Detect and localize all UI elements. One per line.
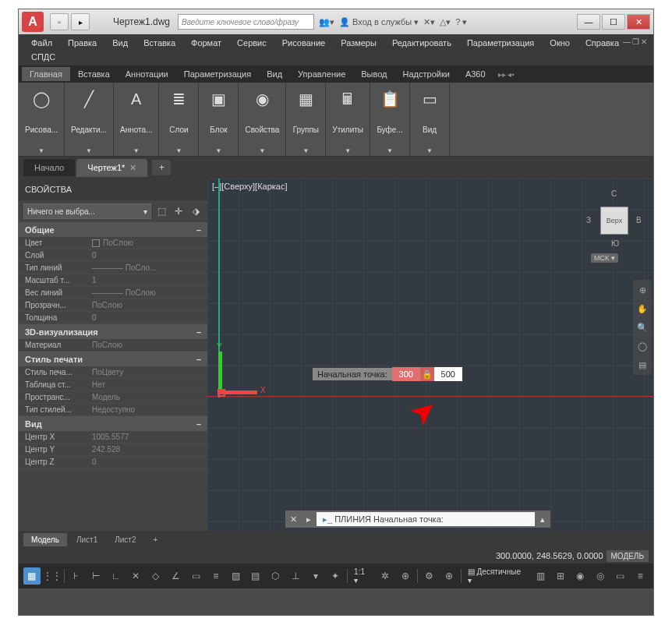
units-display[interactable]: ▤ Десятичные ▾	[465, 567, 529, 585]
menu-window[interactable]: Окно	[542, 36, 578, 50]
3dosnap-toggle-icon[interactable]: ⬡	[267, 567, 285, 585]
transparency-toggle-icon[interactable]: ▨	[227, 567, 244, 585]
filter-toggle-icon[interactable]: ▾	[307, 567, 324, 585]
layout-tab-add[interactable]: +	[146, 533, 166, 546]
lock-icon[interactable]: 🔒	[420, 367, 434, 381]
prop-row[interactable]: Прозрачн...ПоСлою	[19, 299, 207, 312]
prop-row[interactable]: Центр Y242.528	[19, 443, 207, 456]
qat-open-icon[interactable]: ▸	[71, 13, 90, 30]
anno-auto-icon[interactable]: ⊕	[397, 567, 414, 585]
dynucs-toggle-icon[interactable]: ⊥	[287, 567, 304, 585]
prop-row[interactable]: Центр Z0	[19, 456, 207, 468]
ribbon-tab-insert[interactable]: Вставка	[70, 67, 118, 81]
osnap-toggle-icon[interactable]: ∠	[168, 567, 185, 585]
lockui-icon[interactable]: ⊞	[552, 567, 569, 585]
prop-group-viz[interactable]: 3D-визуализация–	[19, 325, 207, 339]
qat-new-icon[interactable]: ▫	[50, 13, 69, 30]
infocenter-icon[interactable]: 👥▾	[319, 17, 334, 27]
cmdline-close-icon[interactable]: ✕	[285, 514, 301, 525]
menu-insert[interactable]: Вставка	[136, 36, 183, 50]
prop-row[interactable]: Тип линий———— ПоСло...	[19, 262, 207, 274]
doc-tab-active[interactable]: Чертеж1* ✕	[76, 159, 147, 177]
customize-icon[interactable]: ≡	[631, 567, 649, 585]
viewcube-face[interactable]: Верх	[600, 207, 628, 235]
pick-icon[interactable]: ⬗	[189, 204, 203, 218]
gizmo-toggle-icon[interactable]: ✦	[327, 567, 345, 585]
search-input[interactable]: Введите ключевое слово/фразу	[178, 14, 314, 30]
menu-help[interactable]: Справка	[578, 36, 627, 50]
zoom-icon[interactable]: 🔍	[635, 320, 649, 334]
prop-row[interactable]: Толщина0	[19, 312, 207, 324]
fullnav-icon[interactable]: ⊕	[635, 283, 649, 297]
cmdline-options-icon[interactable]: ▸	[301, 514, 317, 525]
close-button[interactable]: ✕	[627, 14, 650, 30]
monitor-icon[interactable]: ⊕	[440, 567, 458, 585]
signin-button[interactable]: 👤 Вход в службы ▾	[339, 17, 419, 27]
ribbon-tab-output[interactable]: Вывод	[353, 67, 394, 81]
ortho-toggle-icon[interactable]: ∟	[108, 567, 125, 585]
ribbon-panel-props[interactable]: ◉Свойства▼	[239, 83, 286, 156]
app-logo-icon[interactable]: A	[22, 12, 44, 32]
quickprops-icon[interactable]: ▥	[532, 567, 549, 585]
anno-vis-icon[interactable]: ✲	[377, 567, 394, 585]
ribbon-panel-viewp[interactable]: ▭Вид▼	[410, 83, 450, 156]
menu-file[interactable]: Файл	[23, 36, 60, 50]
menu-edit[interactable]: Правка	[60, 36, 104, 50]
isolate-icon[interactable]: ◎	[592, 567, 609, 585]
polar-toggle-icon[interactable]: ✕	[127, 567, 144, 585]
ribbon-tab-annotate[interactable]: Аннотации	[118, 67, 176, 81]
prop-group-general[interactable]: Общие–	[19, 223, 207, 237]
ribbon-scroll-icon[interactable]: ▸▸ ◂▪	[498, 70, 515, 79]
prop-group-view[interactable]: Вид–	[19, 417, 207, 431]
maximize-button[interactable]: ☐	[602, 14, 625, 30]
ribbon-panel-groups[interactable]: ▦Группы▼	[286, 83, 326, 156]
view-controls-label[interactable]: [–][Сверху][Каркас]	[212, 182, 288, 191]
menu-spds[interactable]: СПДС	[23, 50, 63, 64]
showmotion-icon[interactable]: ▤	[635, 358, 649, 372]
hwacc-icon[interactable]: ◉	[572, 567, 589, 585]
prop-group-print[interactable]: Стиль печати–	[19, 352, 207, 366]
menu-param[interactable]: Параметризация	[459, 36, 542, 50]
prop-row[interactable]: Вес линий———— ПоСлою	[19, 287, 207, 299]
snap-toggle-icon[interactable]: ⋮⋮	[44, 567, 61, 585]
layout-tab-2[interactable]: Лист2	[107, 533, 143, 546]
ribbon-tab-view[interactable]: Вид	[259, 67, 290, 81]
ribbon-panel-clip[interactable]: 📋Буфе...▼	[370, 83, 410, 156]
menu-view[interactable]: Вид	[104, 36, 136, 50]
ribbon-tab-home[interactable]: Главная	[22, 67, 70, 81]
anno-scale[interactable]: 1:1 ▾	[351, 567, 373, 585]
stayconnected-icon[interactable]: △▾	[440, 17, 451, 27]
dynamic-input-x[interactable]: 300	[392, 367, 420, 381]
prop-row[interactable]: ЦветПоСлою	[19, 237, 207, 249]
prop-row[interactable]: Таблица ст...Нет	[19, 379, 207, 391]
ribbon-tab-a360[interactable]: A360	[458, 67, 493, 81]
lineweight-toggle-icon[interactable]: ≡	[207, 567, 225, 585]
viewcube[interactable]: С Ю З В Верх МСК ▾	[583, 185, 645, 263]
menu-draw[interactable]: Рисование	[274, 36, 333, 50]
help-icon[interactable]: ? ▾	[455, 17, 467, 27]
minimize-button[interactable]: —	[577, 14, 600, 30]
ribbon-panel-layers[interactable]: ≣Слои▼	[159, 83, 199, 156]
layout-tab-1[interactable]: Лист1	[69, 533, 105, 546]
prop-row[interactable]: Стиль печа...ПоЦвету	[19, 366, 207, 379]
prop-row[interactable]: МатериалПоСлою	[19, 339, 207, 352]
add-selection-icon[interactable]: ✛	[172, 204, 186, 218]
drawing-canvas[interactable]: [–][Сверху][Каркас] Y X Начальная точка:…	[207, 178, 653, 531]
ribbon-panel-annot[interactable]: AАннота...▼	[114, 83, 159, 156]
ribbon-panel-modify[interactable]: ╱Редакти...▼	[65, 83, 114, 156]
prop-row[interactable]: Пространс...Модель	[19, 391, 207, 404]
quick-select-icon[interactable]: ⬚	[154, 204, 168, 218]
infer-toggle-icon[interactable]: ⊦	[68, 567, 85, 585]
doc-tab-add[interactable]: +	[152, 160, 171, 175]
cycling-toggle-icon[interactable]: ▤	[247, 567, 264, 585]
cleanscreen-icon[interactable]: ▭	[612, 567, 629, 585]
ribbon-panel-draw[interactable]: ◯Рисова...▼	[19, 83, 65, 156]
model-space-button[interactable]: МОДЕЛЬ	[607, 550, 649, 562]
props-selection-dropdown[interactable]: Ничего не выбра...▾	[23, 203, 151, 219]
pan-icon[interactable]: ✋	[635, 302, 649, 316]
ribbon-tab-param[interactable]: Параметризация	[176, 67, 259, 81]
doc-tab-close-icon[interactable]: ✕	[129, 163, 136, 172]
cmdline-history-icon[interactable]: ▴	[535, 514, 550, 525]
ribbon-panel-block[interactable]: ▣Блок▼	[199, 83, 239, 156]
grid-toggle-icon[interactable]: ▦	[23, 567, 41, 585]
